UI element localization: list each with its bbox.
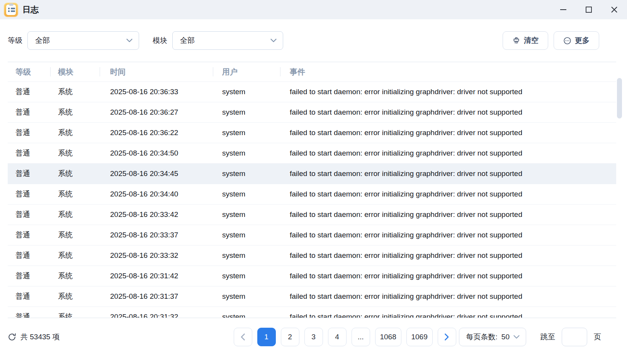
cell-user: system (213, 169, 280, 178)
cell-level: 普通 (8, 87, 50, 97)
chevron-down-icon (126, 39, 133, 42)
cell-module: 系统 (50, 107, 100, 117)
cell-user: system (213, 129, 280, 137)
column-header-time: 时间 (100, 62, 213, 81)
page-size-select[interactable]: 每页条数: 50 (459, 328, 526, 346)
cell-event: failed to start daemon: error initializi… (280, 88, 616, 96)
chevron-left-icon (241, 334, 245, 340)
cell-user: system (213, 190, 280, 198)
refresh-button[interactable] (8, 333, 16, 341)
cell-time: 2025-08-16 20:36:27 (100, 108, 213, 117)
cell-user: system (213, 149, 280, 157)
clipboard-list-icon (6, 5, 16, 15)
table-row[interactable]: 普通系统2025-08-16 20:31:42systemfailed to s… (8, 266, 616, 286)
cell-level: 普通 (8, 107, 50, 117)
jump-to-page: 跳至 页 (540, 328, 601, 346)
cell-time: 2025-08-16 20:33:37 (100, 231, 213, 239)
module-select-value: 全部 (180, 36, 270, 46)
total-count-text: 共 53435 项 (20, 332, 59, 342)
level-select[interactable]: 全部 (27, 31, 139, 50)
page-button-1068[interactable]: 1068 (375, 328, 401, 346)
next-page-button[interactable] (438, 328, 456, 346)
cell-module: 系统 (50, 148, 100, 158)
cell-module: 系统 (50, 251, 100, 261)
table-row[interactable]: 普通系统2025-08-16 20:33:37systemfailed to s… (8, 225, 616, 245)
cell-time: 2025-08-16 20:34:45 (100, 169, 213, 178)
cell-module: 系统 (50, 87, 100, 97)
table-row[interactable]: 普通系统2025-08-16 20:34:40systemfailed to s… (8, 184, 616, 204)
cell-event: failed to start daemon: error initializi… (280, 251, 616, 260)
cell-level: 普通 (8, 291, 50, 301)
page-size-label: 每页条数: (466, 332, 498, 342)
cell-user: system (213, 231, 280, 239)
cell-module: 系统 (50, 291, 100, 301)
page-size-value: 50 (501, 333, 510, 341)
log-table: 等级 模块 时间 用户 事件 普通系统2025-08-16 20:36:33sy… (8, 62, 616, 318)
page-ellipsis-button[interactable]: ... (352, 328, 370, 346)
module-select[interactable]: 全部 (172, 31, 283, 50)
cell-level: 普通 (8, 230, 50, 240)
page-button-2[interactable]: 2 (281, 328, 299, 346)
cell-user: system (213, 108, 280, 117)
column-header-module: 模块 (50, 62, 100, 81)
jump-page-input[interactable] (562, 328, 587, 346)
maximize-icon (585, 6, 592, 13)
scrollbar-thumb[interactable] (617, 78, 622, 119)
close-button[interactable] (602, 0, 627, 19)
table-row[interactable]: 普通系统2025-08-16 20:36:27systemfailed to s… (8, 102, 616, 122)
minimize-button[interactable] (551, 0, 576, 19)
cell-user: system (213, 251, 280, 260)
window-title: 日志 (22, 4, 39, 15)
cell-event: failed to start daemon: error initializi… (280, 210, 616, 219)
cell-user: system (213, 313, 280, 318)
toolbar: 清空 更多 (503, 31, 599, 50)
cell-user: system (213, 88, 280, 96)
page-button-3[interactable]: 3 (304, 328, 323, 346)
broom-icon (512, 37, 520, 45)
table-row[interactable]: 普通系统2025-08-16 20:33:42systemfailed to s… (8, 204, 616, 225)
cell-time: 2025-08-16 20:36:22 (100, 129, 213, 137)
table-row[interactable]: 普通系统2025-08-16 20:34:50systemfailed to s… (8, 143, 616, 163)
level-select-value: 全部 (35, 36, 126, 46)
clear-button[interactable]: 清空 (503, 31, 548, 50)
cell-user: system (213, 292, 280, 301)
column-header-level: 等级 (8, 62, 50, 81)
table-row[interactable]: 普通系统2025-08-16 20:31:37systemfailed to s… (8, 286, 616, 306)
pagination-summary: 共 53435 项 (8, 332, 59, 342)
jump-label: 跳至 (540, 332, 555, 342)
cell-module: 系统 (50, 128, 100, 138)
circle-ellipsis-icon (563, 37, 571, 45)
cell-time: 2025-08-16 20:34:50 (100, 149, 213, 157)
cell-module: 系统 (50, 210, 100, 220)
table-row[interactable]: 普通系统2025-08-16 20:31:32systemfailed to s… (8, 306, 616, 318)
cell-level: 普通 (8, 210, 50, 220)
maximize-button[interactable] (576, 0, 602, 19)
app-icon (4, 3, 18, 17)
prev-page-button[interactable] (234, 328, 252, 346)
cell-module: 系统 (50, 189, 100, 199)
table-row[interactable]: 普通系统2025-08-16 20:36:33systemfailed to s… (8, 81, 616, 102)
more-button[interactable]: 更多 (554, 31, 599, 50)
filter-bar: 等级 全部 模块 全部 清空 更多 (8, 31, 599, 50)
cell-time: 2025-08-16 20:34:40 (100, 190, 213, 198)
page-button-1[interactable]: 1 (257, 328, 276, 346)
table-row[interactable]: 普通系统2025-08-16 20:36:22systemfailed to s… (8, 122, 616, 143)
cell-level: 普通 (8, 312, 50, 318)
chevron-right-icon (445, 334, 449, 340)
page-button-4[interactable]: 4 (328, 328, 347, 346)
pager: 1234...10681069 (234, 328, 456, 346)
cell-event: failed to start daemon: error initializi… (280, 313, 616, 318)
more-button-label: 更多 (575, 36, 590, 46)
cell-level: 普通 (8, 189, 50, 199)
table-body: 普通系统2025-08-16 20:36:33systemfailed to s… (8, 81, 616, 318)
level-filter-label: 等级 (8, 36, 22, 46)
cell-time: 2025-08-16 20:33:32 (100, 251, 213, 260)
table-header: 等级 模块 时间 用户 事件 (8, 62, 616, 81)
cell-event: failed to start daemon: error initializi… (280, 169, 616, 178)
page-button-1069[interactable]: 1069 (406, 328, 433, 346)
cell-event: failed to start daemon: error initializi… (280, 231, 616, 239)
table-row[interactable]: 普通系统2025-08-16 20:33:32systemfailed to s… (8, 245, 616, 266)
jump-unit-label: 页 (594, 332, 601, 342)
column-header-event: 事件 (280, 62, 616, 81)
table-row[interactable]: 普通系统2025-08-16 20:34:45systemfailed to s… (8, 163, 616, 184)
